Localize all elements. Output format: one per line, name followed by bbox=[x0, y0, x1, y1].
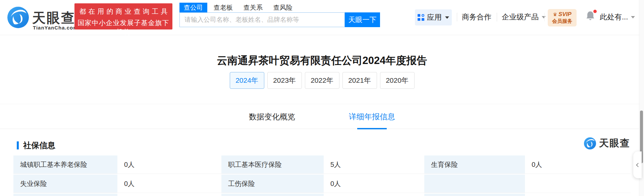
table-row: 失业保险 0人 工伤保险 0人 bbox=[13, 175, 631, 193]
chevron-down-icon bbox=[445, 16, 449, 19]
table-label: 失业保险 bbox=[13, 175, 117, 193]
side-panel-toggle[interactable] bbox=[633, 151, 642, 178]
nav-divider bbox=[497, 13, 497, 21]
table-value: 0人 bbox=[324, 175, 424, 193]
notification-dot bbox=[593, 10, 597, 13]
watermark-logo: 天眼查 bbox=[584, 137, 630, 150]
promo-line2: 国家中小企业发展子基金旗下机构 bbox=[74, 18, 172, 37]
year-tab-2020[interactable]: 2020年 bbox=[380, 72, 415, 89]
chevron-down-icon bbox=[631, 16, 635, 18]
nav-divider bbox=[544, 13, 545, 21]
search-tab-boss[interactable]: 查老板 bbox=[209, 3, 237, 12]
nav-enterprise-products[interactable]: 企业级产品 bbox=[502, 12, 546, 22]
nav-more-dropdown[interactable]: 此处有... bbox=[600, 12, 635, 22]
table-value: 0人 bbox=[117, 155, 221, 174]
nav-business-label: 商务合作 bbox=[462, 12, 491, 22]
table-row: 城镇职工基本养老保险 0人 职工基本医疗保险 5人 生育保险 0人 bbox=[13, 155, 631, 174]
chevron-down-icon bbox=[542, 16, 546, 18]
table-value: 0人 bbox=[525, 155, 631, 174]
svip-title: ♛ SVIP bbox=[548, 11, 577, 18]
crown-icon: ♛ bbox=[553, 12, 558, 17]
table-row-clipped bbox=[13, 194, 631, 196]
nav-more-label: 此处有... bbox=[600, 12, 628, 22]
table-value: 5人 bbox=[324, 155, 424, 174]
table-value: 0人 bbox=[117, 175, 221, 193]
nav-enterprise-label: 企业级产品 bbox=[502, 12, 539, 22]
notification-bell[interactable] bbox=[586, 11, 596, 22]
table-label: 城镇职工基本养老保险 bbox=[13, 155, 117, 174]
year-tab-2024[interactable]: 2024年 bbox=[230, 72, 264, 89]
table-value bbox=[117, 194, 221, 196]
search-button[interactable]: 天眼一下 bbox=[345, 12, 380, 27]
report-tab-bar: 数据变化概览 详细年报信息 bbox=[0, 104, 644, 129]
year-tabs: 2024年 2023年 2022年 2021年 2020年 bbox=[0, 72, 644, 89]
table-value bbox=[525, 194, 631, 196]
search-input[interactable] bbox=[179, 12, 345, 27]
promo-banner: 都在用的商业查询工具 国家中小企业发展子基金旗下机构 bbox=[74, 3, 172, 29]
nav-apps-dropdown[interactable]: 应用 bbox=[415, 9, 452, 25]
nav-business-cooperation[interactable]: 商务合作 bbox=[462, 12, 491, 22]
table-label bbox=[424, 175, 525, 193]
svip-member-badge[interactable]: ♛ SVIP 会员服务 bbox=[548, 9, 577, 26]
table-label: 职工基本医疗保险 bbox=[221, 155, 324, 174]
table-label: 工伤保险 bbox=[221, 175, 324, 193]
year-tab-2023[interactable]: 2023年 bbox=[267, 72, 302, 89]
logo-title[interactable]: 天眼查 bbox=[32, 9, 75, 27]
year-tab-2021[interactable]: 2021年 bbox=[342, 72, 377, 89]
section-header: 社保信息 bbox=[17, 140, 55, 151]
logo-subtitle: TianYanCha.com bbox=[33, 25, 78, 30]
tianyancha-logo-icon[interactable] bbox=[7, 7, 29, 28]
chevron-left-icon bbox=[636, 163, 640, 167]
apps-grid-icon bbox=[418, 14, 424, 21]
svip-subtitle: 会员服务 bbox=[548, 18, 577, 24]
table-value bbox=[324, 194, 424, 196]
nav-apps-label: 应用 bbox=[427, 12, 442, 22]
page: 天眼查 TianYanCha.com 都在用的商业查询工具 国家中小企业发展子基… bbox=[0, 0, 644, 196]
table-label bbox=[221, 194, 324, 196]
table-value bbox=[525, 175, 631, 193]
watermark-logo-text: 天眼查 bbox=[599, 137, 630, 150]
watermark-logo-icon bbox=[584, 137, 596, 149]
top-header: 天眼查 TianYanCha.com 都在用的商业查询工具 国家中小企业发展子基… bbox=[0, 0, 644, 35]
tab-data-overview[interactable]: 数据变化概览 bbox=[249, 104, 295, 129]
search-tabs: 查公司 查老板 查关系 查风险 bbox=[179, 3, 299, 12]
nav-divider bbox=[457, 13, 457, 21]
social-insurance-section: 社保信息 天眼查 城镇职工基本养老保险 0人 职工基本医疗保险 5人 生育保险 bbox=[0, 129, 639, 196]
search-tab-risk[interactable]: 查风险 bbox=[269, 3, 297, 12]
promo-line1: 都在用的商业查询工具 bbox=[74, 7, 172, 16]
logo-swirl-icon bbox=[7, 7, 29, 28]
table-label: 生育保险 bbox=[424, 155, 525, 174]
tab-detailed-report[interactable]: 详细年报信息 bbox=[349, 104, 395, 129]
section-accent-bar bbox=[17, 141, 19, 149]
page-title: 云南通昇茶叶贸易有限责任公司2024年度报告 bbox=[0, 54, 644, 68]
table-label bbox=[13, 194, 117, 196]
social-insurance-table: 城镇职工基本养老保险 0人 职工基本医疗保险 5人 生育保险 0人 失业保险 0… bbox=[13, 155, 631, 196]
search-tab-relation[interactable]: 查关系 bbox=[239, 3, 267, 12]
table-label bbox=[424, 194, 525, 196]
search-tab-company[interactable]: 查公司 bbox=[179, 3, 207, 12]
year-tab-2022[interactable]: 2022年 bbox=[305, 72, 339, 89]
section-title: 社保信息 bbox=[23, 140, 55, 151]
